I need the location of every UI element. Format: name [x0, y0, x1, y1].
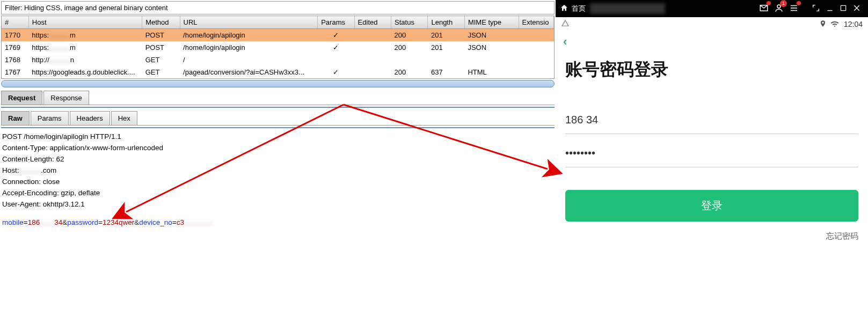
mail-icon[interactable] — [759, 3, 769, 14]
tab-raw[interactable]: Raw — [1, 111, 30, 125]
col-url[interactable]: URL — [180, 16, 318, 29]
tab-request[interactable]: Request — [1, 91, 42, 105]
home-icon[interactable] — [560, 4, 568, 14]
login-title: 账号密码登录 — [565, 58, 858, 82]
table-row[interactable]: 1770https:………mPOST/home/login/apilogin✓2… — [2, 29, 554, 42]
back-row: ‹ — [556, 31, 868, 53]
login-button[interactable]: 登录 — [565, 190, 858, 222]
svg-rect-0 — [841, 5, 845, 10]
mobile-status-bar: 12:04 — [556, 17, 868, 31]
request-body: mobile=186……34&password=1234qwer&device_… — [2, 217, 553, 229]
wifi-icon — [830, 19, 840, 30]
password-field[interactable]: •••••••• — [565, 142, 858, 167]
clock-time: 12:04 — [844, 20, 863, 28]
user-icon[interactable]: 1 — [774, 3, 784, 14]
warning-icon — [561, 19, 570, 30]
tab-params[interactable]: Params — [31, 111, 69, 125]
address-blur — [590, 3, 665, 14]
table-row[interactable]: 1769https:………mPOST/home/login/apilogin✓2… — [2, 41, 554, 54]
request-response-tabs: Request Response — [1, 91, 555, 105]
raw-request-content[interactable]: POST /home/login/apilogin HTTP/1.1 Conte… — [1, 129, 555, 231]
col-params[interactable]: Params — [318, 16, 354, 29]
table-header-row: # Host Method URL Params Edited Status L… — [2, 16, 554, 29]
raw-line: Host:……….com — [2, 165, 553, 176]
minimize-icon[interactable] — [826, 4, 834, 14]
home-label[interactable]: 首页 — [572, 4, 586, 13]
expand-icon[interactable] — [812, 4, 820, 14]
col-num[interactable]: # — [2, 16, 28, 29]
col-status[interactable]: Status — [391, 16, 428, 29]
location-icon — [819, 20, 827, 29]
view-tabs: Raw Params Headers Hex — [1, 111, 555, 126]
tab-hex[interactable]: Hex — [111, 111, 137, 125]
notification-dot — [767, 1, 771, 5]
menu-icon[interactable] — [789, 3, 799, 14]
raw-line: Content-Length: 62 — [2, 154, 553, 165]
emulator-toolbar: 首页 1 — [556, 0, 868, 17]
close-icon[interactable] — [852, 4, 861, 14]
back-icon[interactable]: ‹ — [563, 35, 567, 49]
notification-dot — [797, 1, 801, 5]
raw-line: Connection: close — [2, 176, 553, 188]
tab-headers[interactable]: Headers — [70, 111, 110, 125]
col-host[interactable]: Host — [28, 16, 142, 29]
raw-line: User-Agent: okhttp/3.12.1 — [2, 199, 553, 210]
http-history-table: # Host Method URL Params Edited Status L… — [1, 16, 555, 79]
horizontal-scrollbar[interactable] — [1, 80, 555, 87]
raw-line: Content-Type: application/x-www-form-url… — [2, 143, 553, 154]
tab-response[interactable]: Response — [43, 91, 89, 105]
phone-field[interactable]: 186 34 — [565, 108, 858, 134]
table-row[interactable]: 1768http://………nGET/ — [2, 54, 554, 66]
separator — [1, 127, 555, 128]
raw-line: Accept-Encoding: gzip, deflate — [2, 188, 553, 199]
filter-bar[interactable]: Filter: Hiding CSS, image and general bi… — [1, 1, 555, 14]
col-mime[interactable]: MIME type — [464, 16, 519, 29]
table-row[interactable]: 1767https://googleads.g.doubleclick....G… — [2, 66, 554, 78]
separator — [1, 107, 555, 108]
col-ext[interactable]: Extensio — [519, 16, 554, 29]
col-method[interactable]: Method — [142, 16, 180, 29]
col-length[interactable]: Length — [428, 16, 464, 29]
col-edited[interactable]: Edited — [354, 16, 391, 29]
maximize-icon[interactable] — [840, 4, 847, 13]
raw-line: POST /home/login/apilogin HTTP/1.1 — [2, 131, 553, 143]
notification-count: 1 — [780, 0, 787, 7]
forgot-password-link[interactable]: 忘记密码 — [565, 231, 858, 241]
